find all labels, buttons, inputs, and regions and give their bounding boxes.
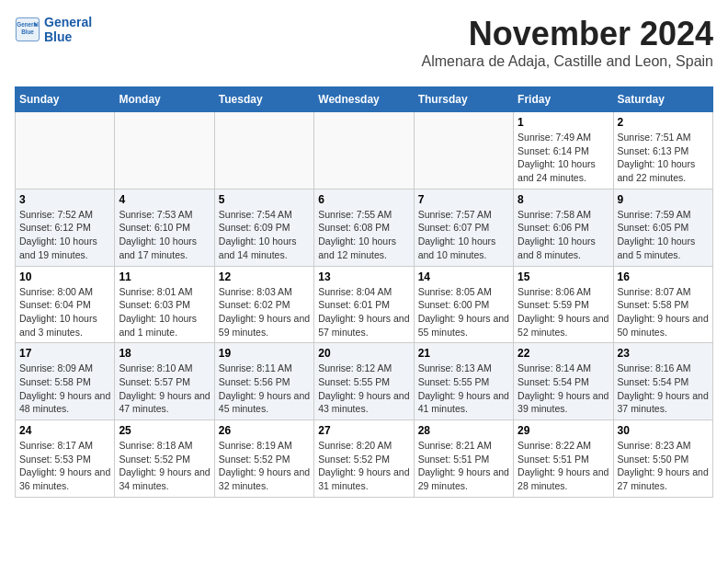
day-info: Sunrise: 8:11 AMSunset: 5:56 PMDaylight:… [219, 362, 310, 416]
day-info: Sunrise: 8:21 AMSunset: 5:51 PMDaylight:… [418, 439, 509, 493]
day-info: Sunrise: 8:22 AMSunset: 5:51 PMDaylight:… [518, 439, 609, 493]
day-number: 20 [318, 347, 409, 360]
day-number: 28 [418, 424, 509, 437]
day-info: Sunrise: 8:04 AMSunset: 6:01 PMDaylight:… [318, 285, 409, 339]
calendar-day-cell: 11Sunrise: 8:01 AMSunset: 6:03 PMDayligh… [115, 266, 214, 343]
location: Almenara de Adaja, Castille and Leon, Sp… [421, 53, 713, 70]
day-info: Sunrise: 7:49 AMSunset: 6:14 PMDaylight:… [518, 131, 609, 185]
day-info: Sunrise: 8:13 AMSunset: 5:55 PMDaylight:… [418, 362, 509, 416]
calendar-day-cell [214, 112, 313, 190]
svg-text:Blue: Blue [21, 29, 34, 35]
day-info: Sunrise: 8:00 AMSunset: 6:04 PMDaylight:… [19, 285, 110, 339]
calendar-day-cell: 3Sunrise: 7:52 AMSunset: 6:12 PMDaylight… [16, 189, 115, 266]
weekday-header-cell: Monday [115, 87, 214, 112]
calendar-day-cell: 13Sunrise: 8:04 AMSunset: 6:01 PMDayligh… [314, 266, 414, 343]
day-number: 27 [318, 424, 409, 437]
calendar-day-cell: 26Sunrise: 8:19 AMSunset: 5:52 PMDayligh… [214, 420, 313, 498]
weekday-header-cell: Thursday [414, 87, 513, 112]
day-info: Sunrise: 7:52 AMSunset: 6:12 PMDaylight:… [19, 208, 110, 262]
day-number: 10 [19, 270, 110, 283]
day-number: 6 [318, 193, 409, 206]
weekday-header-cell: Wednesday [314, 87, 414, 112]
day-number: 18 [119, 347, 210, 360]
day-info: Sunrise: 7:53 AMSunset: 6:10 PMDaylight:… [119, 208, 210, 262]
day-info: Sunrise: 7:55 AMSunset: 6:08 PMDaylight:… [318, 208, 409, 262]
calendar-day-cell: 12Sunrise: 8:03 AMSunset: 6:02 PMDayligh… [214, 266, 313, 343]
day-info: Sunrise: 8:03 AMSunset: 6:02 PMDaylight:… [219, 285, 310, 339]
day-number: 25 [119, 424, 210, 437]
calendar-day-cell: 30Sunrise: 8:23 AMSunset: 5:50 PMDayligh… [613, 420, 712, 498]
day-info: Sunrise: 7:51 AMSunset: 6:13 PMDaylight:… [618, 131, 709, 185]
day-info: Sunrise: 8:17 AMSunset: 5:53 PMDaylight:… [19, 439, 110, 493]
day-number: 26 [219, 424, 310, 437]
calendar-day-cell: 9Sunrise: 7:59 AMSunset: 6:05 PMDaylight… [613, 189, 712, 266]
day-number: 11 [119, 270, 210, 283]
calendar-week-row: 1Sunrise: 7:49 AMSunset: 6:14 PMDaylight… [16, 112, 713, 190]
calendar-day-cell [314, 112, 414, 190]
day-number: 13 [318, 270, 409, 283]
calendar-day-cell: 24Sunrise: 8:17 AMSunset: 5:53 PMDayligh… [16, 420, 115, 498]
month-year: November 2024 [421, 15, 713, 53]
calendar-week-row: 24Sunrise: 8:17 AMSunset: 5:53 PMDayligh… [16, 420, 713, 498]
calendar-week-row: 17Sunrise: 8:09 AMSunset: 5:58 PMDayligh… [16, 343, 713, 420]
calendar-day-cell: 18Sunrise: 8:10 AMSunset: 5:57 PMDayligh… [115, 343, 214, 420]
day-info: Sunrise: 8:18 AMSunset: 5:52 PMDaylight:… [119, 439, 210, 493]
day-info: Sunrise: 7:54 AMSunset: 6:09 PMDaylight:… [219, 208, 310, 262]
logo-text-line2: Blue [44, 29, 92, 44]
calendar-day-cell: 16Sunrise: 8:07 AMSunset: 5:58 PMDayligh… [613, 266, 712, 343]
calendar-day-cell: 5Sunrise: 7:54 AMSunset: 6:09 PMDaylight… [214, 189, 313, 266]
day-info: Sunrise: 8:10 AMSunset: 5:57 PMDaylight:… [119, 362, 210, 416]
day-number: 15 [518, 270, 609, 283]
weekday-header-cell: Friday [514, 87, 613, 112]
day-number: 23 [618, 347, 709, 360]
calendar-day-cell [16, 112, 115, 190]
logo-icon: General Blue [15, 17, 40, 42]
day-info: Sunrise: 8:19 AMSunset: 5:52 PMDaylight:… [219, 439, 310, 493]
logo: General Blue General Blue [15, 15, 92, 44]
weekday-header-cell: Sunday [16, 87, 115, 112]
calendar-day-cell: 23Sunrise: 8:16 AMSunset: 5:54 PMDayligh… [613, 343, 712, 420]
calendar-day-cell [115, 112, 214, 190]
calendar-day-cell: 6Sunrise: 7:55 AMSunset: 6:08 PMDaylight… [314, 189, 414, 266]
day-info: Sunrise: 8:06 AMSunset: 5:59 PMDaylight:… [518, 285, 609, 339]
calendar-day-cell: 8Sunrise: 7:58 AMSunset: 6:06 PMDaylight… [514, 189, 613, 266]
day-number: 12 [219, 270, 310, 283]
day-number: 22 [518, 347, 609, 360]
calendar-day-cell: 1Sunrise: 7:49 AMSunset: 6:14 PMDaylight… [514, 112, 613, 190]
calendar-day-cell [414, 112, 513, 190]
day-info: Sunrise: 8:14 AMSunset: 5:54 PMDaylight:… [518, 362, 609, 416]
calendar-day-cell: 2Sunrise: 7:51 AMSunset: 6:13 PMDaylight… [613, 112, 712, 190]
day-number: 29 [518, 424, 609, 437]
day-number: 8 [518, 193, 609, 206]
calendar-day-cell: 7Sunrise: 7:57 AMSunset: 6:07 PMDaylight… [414, 189, 513, 266]
day-number: 30 [618, 424, 709, 437]
day-info: Sunrise: 7:57 AMSunset: 6:07 PMDaylight:… [418, 208, 509, 262]
day-info: Sunrise: 8:23 AMSunset: 5:50 PMDaylight:… [618, 439, 709, 493]
weekday-header-cell: Saturday [613, 87, 712, 112]
calendar-day-cell: 25Sunrise: 8:18 AMSunset: 5:52 PMDayligh… [115, 420, 214, 498]
calendar-day-cell: 22Sunrise: 8:14 AMSunset: 5:54 PMDayligh… [514, 343, 613, 420]
day-number: 3 [19, 193, 110, 206]
day-info: Sunrise: 7:59 AMSunset: 6:05 PMDaylight:… [618, 208, 709, 262]
day-number: 17 [19, 347, 110, 360]
calendar-day-cell: 14Sunrise: 8:05 AMSunset: 6:00 PMDayligh… [414, 266, 513, 343]
day-number: 9 [618, 193, 709, 206]
day-info: Sunrise: 8:09 AMSunset: 5:58 PMDaylight:… [19, 362, 110, 416]
day-info: Sunrise: 8:05 AMSunset: 6:00 PMDaylight:… [418, 285, 509, 339]
calendar-day-cell: 21Sunrise: 8:13 AMSunset: 5:55 PMDayligh… [414, 343, 513, 420]
calendar-day-cell: 20Sunrise: 8:12 AMSunset: 5:55 PMDayligh… [314, 343, 414, 420]
day-info: Sunrise: 8:16 AMSunset: 5:54 PMDaylight:… [618, 362, 709, 416]
day-number: 5 [219, 193, 310, 206]
logo-text-line1: General [44, 15, 92, 29]
calendar-week-row: 10Sunrise: 8:00 AMSunset: 6:04 PMDayligh… [16, 266, 713, 343]
calendar-body: 1Sunrise: 7:49 AMSunset: 6:14 PMDaylight… [16, 112, 713, 498]
day-number: 24 [19, 424, 110, 437]
day-number: 16 [618, 270, 709, 283]
day-number: 21 [418, 347, 509, 360]
day-number: 1 [518, 116, 609, 129]
calendar-day-cell: 15Sunrise: 8:06 AMSunset: 5:59 PMDayligh… [514, 266, 613, 343]
calendar-day-cell: 17Sunrise: 8:09 AMSunset: 5:58 PMDayligh… [16, 343, 115, 420]
calendar-day-cell: 4Sunrise: 7:53 AMSunset: 6:10 PMDaylight… [115, 189, 214, 266]
calendar-day-cell: 19Sunrise: 8:11 AMSunset: 5:56 PMDayligh… [214, 343, 313, 420]
day-number: 14 [418, 270, 509, 283]
